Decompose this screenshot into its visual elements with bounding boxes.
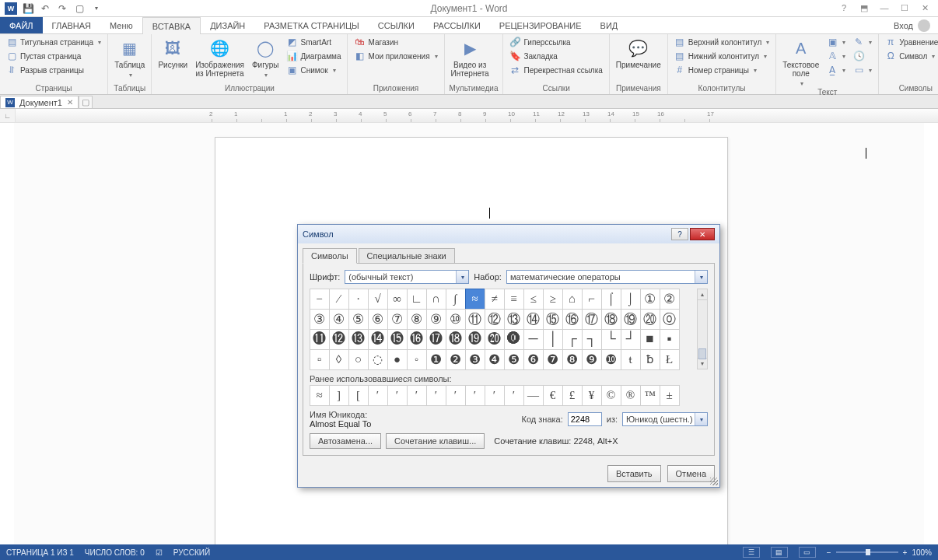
sig-line-button[interactable]: ✎	[852, 36, 873, 48]
symbol-cell[interactable]: ∞	[387, 289, 408, 310]
symbol-button[interactable]: ΩСимвол	[884, 50, 938, 62]
symbol-cell[interactable]: ●	[387, 349, 408, 370]
autocorrect-button[interactable]: Автозамена...	[310, 433, 381, 449]
close-icon[interactable]: ✕	[918, 3, 932, 13]
symbol-cell[interactable]: ≠	[485, 289, 505, 310]
screenshot-button[interactable]: ▣Снимок	[285, 64, 342, 76]
recent-symbol-cell[interactable]: £	[562, 385, 583, 406]
symbol-cell[interactable]: ■	[640, 329, 660, 350]
symbol-cell[interactable]: ⓫	[310, 329, 330, 350]
recent-symbol-cell[interactable]: [	[348, 385, 369, 406]
grid-scrollbar[interactable]: ▴ ▾	[697, 289, 708, 369]
recent-symbol-cell[interactable]: €	[543, 385, 563, 406]
qat-more-icon[interactable]: ▾	[90, 2, 103, 15]
symbol-cell[interactable]: ◌	[368, 349, 388, 370]
language-status[interactable]: РУССКИЙ	[173, 548, 210, 557]
recent-symbol-cell[interactable]: ′	[368, 385, 388, 406]
recent-symbol-cell[interactable]: ]	[329, 385, 349, 406]
cancel-button[interactable]: Отмена	[667, 465, 715, 482]
object-button[interactable]: ▭	[852, 64, 873, 76]
symbol-cell[interactable]: ❶	[426, 349, 446, 370]
my-apps-button[interactable]: ◧Мои приложения	[352, 50, 439, 62]
symbol-cell[interactable]: ⓿	[504, 329, 524, 350]
symbol-cell[interactable]: ②	[660, 289, 680, 310]
undo-icon[interactable]: ↶	[39, 2, 51, 15]
equation-button[interactable]: πУравнение	[884, 36, 938, 48]
tab-view[interactable]: ВИД	[591, 17, 628, 33]
dialog-help-icon[interactable]: ?	[671, 228, 688, 240]
symbol-cell[interactable]: ⓲	[446, 329, 466, 350]
quick-parts-button[interactable]: ▣	[825, 36, 847, 48]
tab-symbols[interactable]: Символы	[303, 248, 357, 264]
symbol-cell[interactable]: ❾	[582, 349, 602, 370]
symbol-cell[interactable]: ─	[523, 329, 544, 350]
doc-tab[interactable]: W Документ1 ✕	[0, 96, 79, 108]
store-button[interactable]: 🛍Магазин	[352, 36, 439, 48]
from-select[interactable]: Юникод (шестн.) ▾	[622, 412, 708, 426]
tab-selector-icon[interactable]: ∟	[0, 109, 16, 122]
symbol-cell[interactable]: ⑳	[640, 309, 660, 330]
tab-special-chars[interactable]: Специальные знаки	[359, 248, 455, 264]
symbol-cell[interactable]: ❸	[465, 349, 485, 370]
page-break-button[interactable]: ⥯Разрыв страницы	[5, 64, 103, 76]
symbol-cell[interactable]: ⑧	[407, 309, 427, 330]
symbol-cell[interactable]: ③	[310, 309, 330, 330]
symbol-cell[interactable]: Ł	[660, 349, 680, 370]
comment-button[interactable]: 💬Примечание	[614, 36, 663, 69]
shortcut-key-button[interactable]: Сочетание клавиш...	[386, 433, 485, 449]
tab-menu[interactable]: Меню	[100, 17, 142, 33]
symbol-cell[interactable]: │	[543, 329, 563, 350]
recent-symbol-cell[interactable]: ′	[387, 385, 408, 406]
recent-symbol-cell[interactable]: ¥	[582, 385, 602, 406]
proofing-icon[interactable]: ☑	[156, 548, 163, 557]
header-button[interactable]: ▤Верхний колонтитул	[673, 36, 772, 48]
symbol-cell[interactable]: ≤	[523, 289, 544, 310]
maximize-icon[interactable]: ☐	[898, 3, 912, 13]
symbol-cell[interactable]: ⑩	[446, 309, 466, 330]
symbol-cell[interactable]: ❼	[543, 349, 563, 370]
cover-page-button[interactable]: ▤Титульная страница	[5, 36, 103, 48]
symbol-cell[interactable]: ≡	[504, 289, 524, 310]
dropdown-icon[interactable]: ▾	[695, 271, 707, 283]
online-video-button[interactable]: ▶Видео из Интернета	[450, 36, 491, 78]
pictures-button[interactable]: 🖼Рисунки	[156, 36, 189, 69]
hyperlink-button[interactable]: 🔗Гиперссылка	[508, 36, 604, 48]
symbol-cell[interactable]: ⓭	[348, 329, 369, 350]
login-button[interactable]: Вход	[886, 17, 938, 33]
recent-symbol-cell[interactable]: ′	[465, 385, 485, 406]
symbol-cell[interactable]: ⑨	[426, 309, 446, 330]
symbol-cell[interactable]: ⑤	[348, 309, 369, 330]
symbol-cell[interactable]: ∩	[426, 289, 446, 310]
dialog-close-icon[interactable]: ✕	[690, 228, 715, 240]
symbol-cell[interactable]: ❹	[485, 349, 505, 370]
subset-select[interactable]: математические операторы ▾	[506, 270, 708, 284]
doc-tab-close-icon[interactable]: ✕	[67, 98, 73, 107]
new-icon[interactable]: ▢	[73, 2, 86, 15]
datetime-button[interactable]: 🕓	[852, 50, 873, 62]
page-status[interactable]: СТРАНИЦА 1 ИЗ 1	[6, 548, 74, 557]
help-icon[interactable]: ?	[837, 3, 851, 13]
symbol-cell[interactable]: ⓱	[426, 329, 446, 350]
redo-icon[interactable]: ↷	[56, 2, 68, 15]
symbol-cell[interactable]: ⑰	[582, 309, 602, 330]
symbol-cell[interactable]: ❿	[601, 349, 621, 370]
insert-button[interactable]: Вставить	[607, 465, 661, 482]
footer-button[interactable]: ▤Нижний колонтитул	[673, 50, 772, 62]
resize-grip-icon[interactable]	[710, 478, 718, 485]
smartart-button[interactable]: ◩SmartArt	[285, 36, 342, 48]
symbol-cell[interactable]: ∙	[348, 289, 369, 310]
tab-mailings[interactable]: РАССЫЛКИ	[424, 17, 490, 33]
wordart-button[interactable]: 𝔸	[825, 50, 847, 62]
symbol-cell[interactable]: ┐	[582, 329, 602, 350]
symbol-cell[interactable]: ①	[640, 289, 660, 310]
symbol-cell[interactable]: ⓮	[368, 329, 388, 350]
symbol-cell[interactable]: ⑮	[543, 309, 563, 330]
recent-symbol-cell[interactable]: ≈	[310, 385, 330, 406]
symbol-cell[interactable]: ⓬	[329, 329, 349, 350]
recent-symbol-cell[interactable]: ′	[426, 385, 446, 406]
char-code-input[interactable]	[568, 412, 602, 426]
dropcap-button[interactable]: A̲	[825, 64, 847, 76]
symbol-cell[interactable]: −	[310, 289, 330, 310]
tab-layout[interactable]: РАЗМЕТКА СТРАНИЦЫ	[254, 17, 368, 33]
dropdown-icon[interactable]: ▾	[456, 271, 468, 283]
